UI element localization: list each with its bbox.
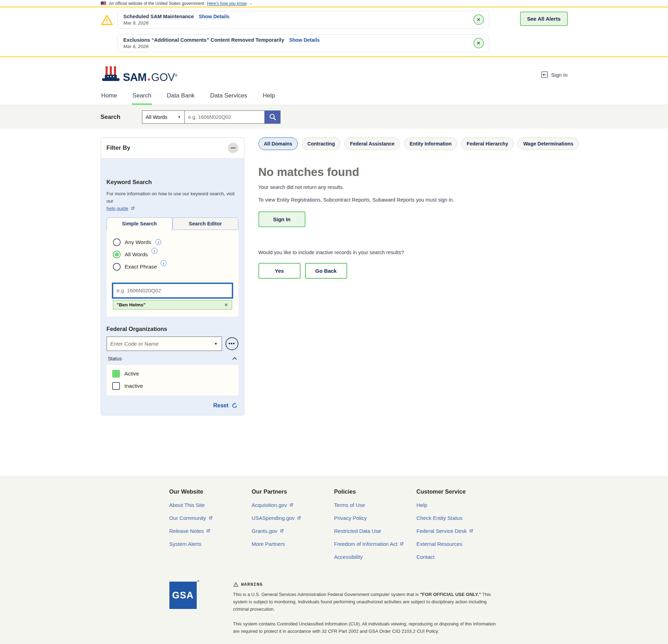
- chevron-down-icon[interactable]: ⌄: [250, 1, 252, 5]
- sign-in-button[interactable]: Sign In: [258, 211, 305, 227]
- warning-triangle-icon: [101, 14, 113, 26]
- logo-gov-text: GOV: [151, 71, 175, 84]
- reset-filters-link[interactable]: Reset: [213, 402, 229, 409]
- how-you-know-link[interactable]: Here’s how you know: [207, 1, 247, 6]
- footer-link-privacy-policy[interactable]: Privacy Policy: [334, 515, 367, 521]
- remove-chip-icon[interactable]: ✕: [224, 302, 228, 307]
- footer-link-federal-service-desk[interactable]: Federal Service Desk: [417, 528, 467, 534]
- reset-icon[interactable]: [231, 402, 238, 409]
- keyword-chip-label: "Ben Helms": [117, 302, 146, 307]
- radio-any-words[interactable]: Any Words i: [113, 238, 232, 246]
- footer-link-help[interactable]: Help: [417, 502, 427, 508]
- footer-link-system-alerts[interactable]: System Alerts: [169, 541, 202, 547]
- federal-org-input[interactable]: [107, 337, 222, 351]
- status-label: Status: [108, 356, 122, 361]
- footer-link-accessibility[interactable]: Accessibility: [334, 554, 363, 560]
- gov-banner: An official website of the United States…: [0, 0, 668, 7]
- alerts-section: Scheduled SAM Maintenance Show Details M…: [0, 7, 668, 57]
- yes-button[interactable]: Yes: [258, 263, 301, 279]
- status-checkbox-group: Active Inactive: [107, 365, 238, 395]
- search-mode-select[interactable]: All Words ▼: [142, 110, 185, 124]
- footer-link-more-partners[interactable]: More Partners: [252, 541, 285, 547]
- footer-link-grants-gov[interactable]: Grants.gov: [252, 528, 277, 534]
- sign-in-required-text: To view Entity Registrations, Subcontrac…: [258, 196, 494, 204]
- footer-link-restricted-data-use[interactable]: Restricted Data Use: [334, 528, 381, 534]
- external-link-icon: [279, 529, 284, 533]
- footer-link-about-this-site[interactable]: About This Site: [169, 502, 205, 508]
- pill-federal-hierarchy[interactable]: Federal Hierarchy: [461, 137, 514, 150]
- global-search-input[interactable]: [185, 110, 265, 124]
- gov-banner-text: An official website of the United States…: [109, 1, 204, 6]
- pill-federal-assistance[interactable]: Federal Assistance: [344, 137, 400, 150]
- help-guide-link[interactable]: help guide: [107, 206, 128, 211]
- checkbox-inactive[interactable]: Inactive: [112, 382, 233, 390]
- sam-gov-logo[interactable]: SAM★GOV®: [101, 66, 177, 84]
- no-results-text: Your search did not return any results.: [258, 184, 579, 190]
- tab-search-editor[interactable]: Search Editor: [173, 217, 238, 230]
- warning-icon: [233, 582, 238, 587]
- checkbox-icon[interactable]: [112, 382, 120, 390]
- nav-item-search[interactable]: Search: [132, 91, 152, 105]
- pill-entity-information[interactable]: Entity Information: [404, 137, 457, 150]
- footer-link-terms-of-use[interactable]: Terms of Use: [334, 502, 365, 508]
- gsa-registered-mark: ®: [197, 579, 200, 583]
- radio-circle[interactable]: [113, 251, 121, 258]
- checkbox-active[interactable]: Active: [112, 370, 233, 378]
- nav-item-home[interactable]: Home: [101, 91, 118, 105]
- search-mode-value: All Words: [146, 114, 168, 120]
- nav-item-data-bank[interactable]: Data Bank: [166, 91, 195, 105]
- external-link-icon: [130, 206, 135, 211]
- footer-link-foia[interactable]: Freedom of Information Act: [334, 541, 398, 547]
- pill-contracting[interactable]: Contracting: [302, 137, 340, 150]
- search-submit-button[interactable]: [265, 110, 281, 124]
- gsa-logo: GSA: [169, 582, 197, 609]
- federal-organizations-heading: Federal Organizations: [107, 326, 238, 332]
- footer-link-our-community[interactable]: Our Community: [169, 515, 206, 521]
- collapse-filters-button[interactable]: [228, 143, 238, 153]
- show-details-link[interactable]: Show Details: [289, 37, 319, 43]
- external-link-icon: [297, 516, 301, 520]
- footer-link-external-resources[interactable]: External Resources: [417, 541, 463, 547]
- pill-all-domains[interactable]: All Domains: [258, 137, 298, 150]
- caret-down-icon: ▼: [178, 115, 181, 119]
- footer-link-acquisition-gov[interactable]: Acquisition.gov: [252, 502, 287, 508]
- logo-registered-mark: ®: [175, 74, 177, 77]
- external-link-icon: [208, 516, 213, 520]
- nav-item-help[interactable]: Help: [262, 91, 276, 105]
- see-all-alerts-button[interactable]: See All Alerts: [520, 12, 568, 26]
- chevron-up-icon[interactable]: [232, 357, 237, 360]
- go-back-button[interactable]: Go Back: [305, 263, 347, 279]
- info-icon[interactable]: i: [155, 239, 161, 245]
- alert-date: Mar 9, 2026: [123, 20, 473, 26]
- alert-card: Scheduled SAM Maintenance Show Details M…: [117, 11, 489, 29]
- footer-link-usaspending-gov[interactable]: USASpending.gov: [252, 515, 295, 521]
- footer-column-customer-service: Customer Service Help Check Entity Statu…: [417, 488, 499, 567]
- org-browse-button[interactable]: •••: [225, 337, 238, 350]
- close-icon[interactable]: ✕: [473, 14, 484, 25]
- radio-all-words[interactable]: All Words i: [113, 251, 232, 258]
- pill-wage-determinations[interactable]: Wage Determinations: [518, 137, 579, 150]
- info-icon[interactable]: i: [161, 260, 167, 266]
- footer-link-contact[interactable]: Contact: [417, 554, 435, 560]
- info-icon[interactable]: i: [151, 248, 157, 254]
- show-details-link[interactable]: Show Details: [199, 14, 229, 19]
- warning-paragraph-2: This system contains Controlled Unclassi…: [233, 621, 499, 635]
- footer-link-release-notes[interactable]: Release Notes: [169, 528, 204, 534]
- footer-link-check-entity-status[interactable]: Check Entity Status: [417, 515, 463, 521]
- radio-circle[interactable]: [113, 238, 121, 246]
- alert-card: Exclusions “Additional Comments” Content…: [117, 34, 489, 52]
- sign-in-label: Sign In: [551, 72, 568, 78]
- header-sign-in-link[interactable]: Sign In: [541, 71, 568, 78]
- keyword-search-input[interactable]: [113, 284, 232, 298]
- checkbox-icon[interactable]: [112, 370, 120, 378]
- tab-simple-search[interactable]: Simple Search: [107, 217, 173, 230]
- close-icon[interactable]: ✕: [473, 38, 484, 48]
- nav-item-data-services[interactable]: Data Services: [209, 91, 248, 105]
- warning-block: WARNING This is a U.S. General Services …: [233, 582, 499, 635]
- alert-row: Exclusions “Additional Comments” Content…: [101, 34, 489, 52]
- filter-by-title: Filter By: [107, 144, 130, 151]
- radio-circle[interactable]: [113, 263, 121, 271]
- search-icon: [269, 113, 276, 121]
- domain-filter-pills: All Domains Contracting Federal Assistan…: [258, 137, 579, 150]
- radio-exact-phrase[interactable]: Exact Phrase i: [113, 263, 232, 271]
